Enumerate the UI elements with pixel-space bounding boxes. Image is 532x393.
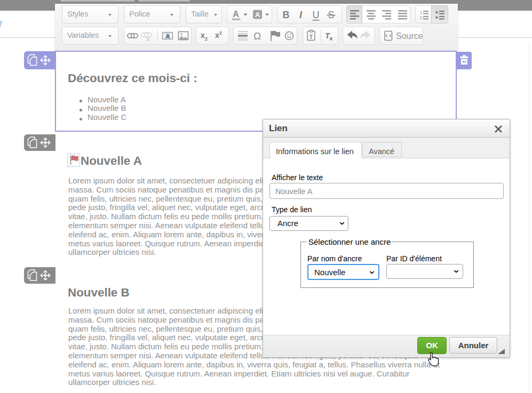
svg-text:1: 1 [420, 10, 423, 15]
svg-text:A: A [233, 9, 239, 19]
svg-text:A: A [255, 11, 260, 19]
svg-text:2: 2 [420, 15, 423, 20]
svg-text:Source: Source [396, 31, 423, 41]
svg-text:T: T [309, 34, 313, 40]
svg-text:Ω: Ω [253, 30, 261, 42]
svg-text:A: A [166, 33, 170, 39]
svg-text:2: 2 [219, 30, 222, 36]
svg-text:B: B [283, 10, 290, 20]
svg-text:2: 2 [205, 36, 208, 42]
svg-text:U: U [313, 10, 320, 20]
svg-text:I: I [299, 10, 303, 20]
svg-text:x: x [215, 31, 219, 39]
svg-text:T: T [325, 31, 331, 40]
svg-text:x: x [201, 31, 205, 39]
